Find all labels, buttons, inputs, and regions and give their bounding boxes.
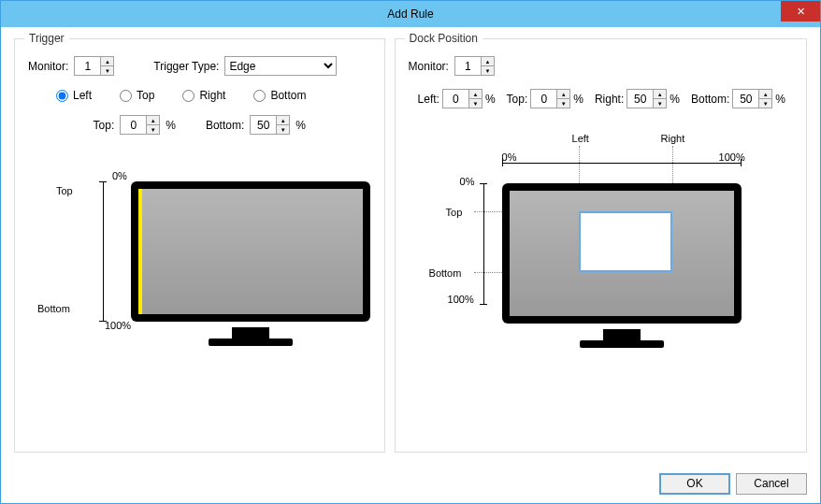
- trigger-diagram: 0% Top Bottom 100%: [28, 181, 371, 368]
- close-button[interactable]: ✕: [781, 1, 820, 22]
- dock-monitor-input[interactable]: [454, 56, 481, 76]
- dock-group-label: Dock Position: [405, 32, 483, 45]
- spinner-up-icon[interactable]: ▲: [481, 56, 495, 65]
- dock-group: Dock Position Monitor: ▲▼ Left: ▲▼ %: [395, 38, 807, 453]
- add-rule-dialog: Add Rule ✕ Trigger Monitor: ▲▼ Trigger T…: [0, 0, 821, 504]
- trigger-monitor-label: Monitor:: [28, 60, 68, 73]
- dock-rect-preview: [579, 211, 672, 272]
- ok-button[interactable]: OK: [659, 473, 730, 495]
- trigger-group: Trigger Monitor: ▲▼ Trigger Type: Edge L…: [14, 38, 385, 453]
- spinner-up-icon[interactable]: ▲: [100, 56, 114, 65]
- dock-bottom-spinner[interactable]: ▲▼: [732, 89, 772, 108]
- trigger-type-select[interactable]: Edge: [224, 56, 337, 76]
- edge-top-radio[interactable]: Top: [120, 89, 154, 102]
- spinner-down-icon[interactable]: ▼: [758, 98, 772, 108]
- spinner-down-icon[interactable]: ▼: [481, 65, 495, 76]
- edge-left-radio[interactable]: Left: [56, 89, 92, 102]
- spinner-up-icon[interactable]: ▲: [146, 115, 160, 124]
- trigger-group-label: Trigger: [24, 32, 69, 45]
- dock-top-label: Top:: [507, 93, 528, 106]
- dock-bottom-label: Bottom:: [691, 93, 729, 106]
- trigger-edge-highlight: [138, 189, 142, 314]
- dock-top-input[interactable]: [530, 89, 556, 108]
- trigger-top-label: Top:: [94, 119, 115, 132]
- dock-monitor-label: Monitor:: [409, 60, 449, 73]
- edge-bottom-radio[interactable]: Bottom: [253, 89, 306, 102]
- spinner-up-icon[interactable]: ▲: [468, 89, 483, 98]
- close-icon: ✕: [797, 6, 805, 18]
- trigger-monitor-input[interactable]: [74, 56, 100, 76]
- dock-right-spinner[interactable]: ▲▼: [627, 89, 667, 108]
- window-title: Add Rule: [387, 7, 433, 21]
- dock-left-spinner[interactable]: ▲▼: [442, 89, 483, 108]
- spinner-down-icon[interactable]: ▼: [100, 65, 114, 76]
- dock-right-label: Right:: [595, 93, 624, 106]
- trigger-bottom-spinner[interactable]: ▲▼: [250, 115, 290, 135]
- spinner-down-icon[interactable]: ▼: [556, 98, 570, 108]
- cancel-button[interactable]: Cancel: [736, 473, 807, 495]
- spinner-down-icon[interactable]: ▼: [276, 124, 290, 135]
- dock-monitor-spinner[interactable]: ▲▼: [454, 56, 495, 76]
- spinner-up-icon[interactable]: ▲: [556, 89, 570, 98]
- spinner-down-icon[interactable]: ▼: [653, 98, 667, 108]
- dock-right-input[interactable]: [627, 89, 653, 108]
- spinner-up-icon[interactable]: ▲: [276, 115, 290, 124]
- trigger-monitor-spinner[interactable]: ▲▼: [74, 56, 114, 76]
- dock-left-label: Left:: [418, 93, 439, 106]
- dock-top-spinner[interactable]: ▲▼: [530, 89, 570, 108]
- spinner-up-icon[interactable]: ▲: [758, 89, 772, 98]
- trigger-bottom-label: Bottom:: [206, 119, 244, 132]
- spinner-down-icon[interactable]: ▼: [146, 124, 160, 135]
- titlebar: Add Rule ✕: [1, 1, 820, 27]
- spinner-down-icon[interactable]: ▼: [468, 98, 483, 108]
- monitor-icon: [131, 181, 370, 322]
- dialog-footer: OK Cancel: [1, 464, 820, 503]
- dock-diagram: 0% 100% Left Right 0% Top Bottom 100%: [409, 183, 793, 370]
- trigger-bottom-input[interactable]: [250, 115, 276, 135]
- monitor-icon: [502, 183, 742, 324]
- trigger-top-spinner[interactable]: ▲▼: [120, 115, 160, 135]
- edge-right-radio[interactable]: Right: [182, 89, 225, 102]
- spinner-up-icon[interactable]: ▲: [653, 89, 667, 98]
- dock-bottom-input[interactable]: [732, 89, 758, 108]
- trigger-top-input[interactable]: [120, 115, 146, 135]
- dock-left-input[interactable]: [442, 89, 468, 108]
- trigger-type-label: Trigger Type:: [153, 60, 219, 73]
